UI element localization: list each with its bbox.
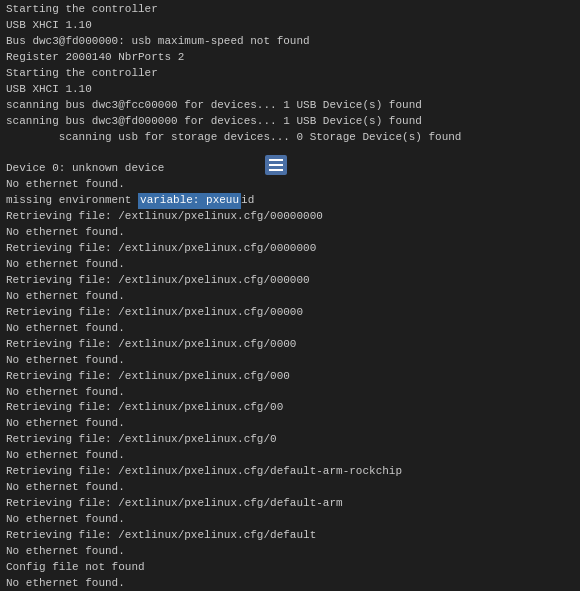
line-26: Retrieving file: /extlinux/pxelinux.cfg/… <box>6 400 574 416</box>
line-4: Register 2000140 NbrPorts 2 <box>6 50 574 66</box>
line-14: Retrieving file: /extlinux/pxelinux.cfg/… <box>6 209 574 225</box>
line-10 <box>6 145 574 161</box>
line-7: scanning bus dwc3@fcc00000 for devices..… <box>6 98 574 114</box>
line-20: Retrieving file: /extlinux/pxelinux.cfg/… <box>6 305 574 321</box>
line-34: Retrieving file: /extlinux/pxelinux.cfg/… <box>6 528 574 544</box>
highlight-variable: variable: pxeuu <box>138 193 241 209</box>
line-30: Retrieving file: /extlinux/pxelinux.cfg/… <box>6 464 574 480</box>
line-31: No ethernet found. <box>6 480 574 496</box>
line-15: No ethernet found. <box>6 225 574 241</box>
line-28: Retrieving file: /extlinux/pxelinux.cfg/… <box>6 432 574 448</box>
line-27: No ethernet found. <box>6 416 574 432</box>
line-12: No ethernet found. <box>6 177 574 193</box>
line-17: No ethernet found. <box>6 257 574 273</box>
line-32: Retrieving file: /extlinux/pxelinux.cfg/… <box>6 496 574 512</box>
line-33: No ethernet found. <box>6 512 574 528</box>
line-9: scanning usb for storage devices... 0 St… <box>6 130 574 146</box>
line-35: No ethernet found. <box>6 544 574 560</box>
line-11: Device 0: unknown device <box>6 161 574 177</box>
line-22: Retrieving file: /extlinux/pxelinux.cfg/… <box>6 337 574 353</box>
line-5: Starting the controller <box>6 66 574 82</box>
line-24: Retrieving file: /extlinux/pxelinux.cfg/… <box>6 369 574 385</box>
context-menu-icon[interactable] <box>265 155 287 175</box>
line-19: No ethernet found. <box>6 289 574 305</box>
line-13: missing environment variable: pxeuuid <box>6 193 574 209</box>
line-18: Retrieving file: /extlinux/pxelinux.cfg/… <box>6 273 574 289</box>
line-25: No ethernet found. <box>6 385 574 401</box>
line-21: No ethernet found. <box>6 321 574 337</box>
line-1: Starting the controller <box>6 2 574 18</box>
line-37: No ethernet found. <box>6 576 574 591</box>
line-8: scanning bus dwc3@fd000000 for devices..… <box>6 114 574 130</box>
line-6: USB XHCI 1.10 <box>6 82 574 98</box>
line-29: No ethernet found. <box>6 448 574 464</box>
terminal-window: Starting the controller USB XHCI 1.10 Bu… <box>0 0 580 591</box>
line-36: Config file not found <box>6 560 574 576</box>
line-16: Retrieving file: /extlinux/pxelinux.cfg/… <box>6 241 574 257</box>
line-2: USB XHCI 1.10 <box>6 18 574 34</box>
line-3: Bus dwc3@fd000000: usb maximum-speed not… <box>6 34 574 50</box>
line-23: No ethernet found. <box>6 353 574 369</box>
